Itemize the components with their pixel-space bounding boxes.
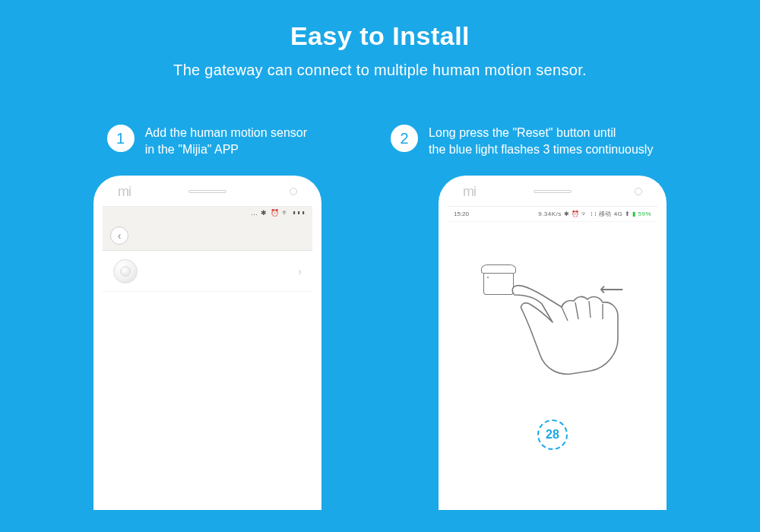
speaker-grille — [534, 190, 572, 193]
front-camera — [290, 188, 297, 195]
sensor-list-item[interactable]: › — [103, 251, 312, 292]
step-2-text: Long press the "Reset" button until the … — [429, 125, 653, 157]
front-camera — [635, 188, 642, 195]
status-bar: 15:20 9.34K/s ✱ ⏰ ᯤ ⋮⋮ 移动 4G ⬆ ▮ 59% — [448, 207, 657, 222]
phone-1-screen: … ✱ ⏰ ᯤ ▮▮▮ ‹ › — [103, 206, 312, 504]
phone-mockup-2: mi 15:20 9.34K/s ✱ ⏰ ᯤ ⋮⋮ 移动 4G ⬆ ▮ 59% … — [439, 176, 667, 510]
phones-row: mi … ✱ ⏰ ᯤ ▮▮▮ ‹ › mi — [0, 176, 760, 510]
chevron-right-icon: › — [298, 265, 302, 277]
step-2: 2 Long press the "Reset" button until th… — [391, 125, 653, 157]
steps-row: 1 Add the human motion sensor in the "Mi… — [0, 125, 760, 157]
reset-illustration: ⟵ 28 — [448, 222, 657, 450]
step-2-number-badge: 2 — [391, 125, 418, 152]
pointing-hand-icon — [508, 278, 638, 377]
battery-icon: ▮ 59% — [632, 211, 651, 217]
step-1-text: Add the human motion sensor in the "Miji… — [145, 125, 307, 157]
phone-1-bezel: mi — [95, 177, 320, 206]
step-1: 1 Add the human motion sensor in the "Mi… — [107, 125, 307, 157]
chevron-left-icon: ‹ — [118, 230, 122, 242]
mi-logo: mi — [118, 184, 131, 200]
page-title: Easy to Install — [0, 21, 760, 51]
countdown-timer: 28 — [537, 420, 568, 450]
step-1-number-badge: 1 — [107, 125, 135, 152]
status-time: 15:20 — [454, 211, 469, 217]
back-button[interactable]: ‹ — [110, 226, 128, 245]
phone-2-bezel: mi — [440, 177, 665, 206]
phone-mockup-1: mi … ✱ ⏰ ᯤ ▮▮▮ ‹ › — [93, 176, 321, 510]
page-subtitle: The gateway can connect to multiple huma… — [0, 62, 760, 79]
motion-sensor-icon — [113, 259, 138, 283]
phone-2-screen: 15:20 9.34K/s ✱ ⏰ ᯤ ⋮⋮ 移动 4G ⬆ ▮ 59% ⟵ 2… — [448, 206, 657, 504]
speaker-grille — [188, 190, 226, 193]
status-bar: … ✱ ⏰ ᯤ ▮▮▮ — [103, 207, 312, 220]
mi-logo: mi — [463, 184, 476, 200]
status-indicators: 9.34K/s ✱ ⏰ ᯤ ⋮⋮ 移动 4G ⬆ ▮ 59% — [538, 210, 651, 218]
nav-bar: ‹ — [103, 220, 312, 251]
